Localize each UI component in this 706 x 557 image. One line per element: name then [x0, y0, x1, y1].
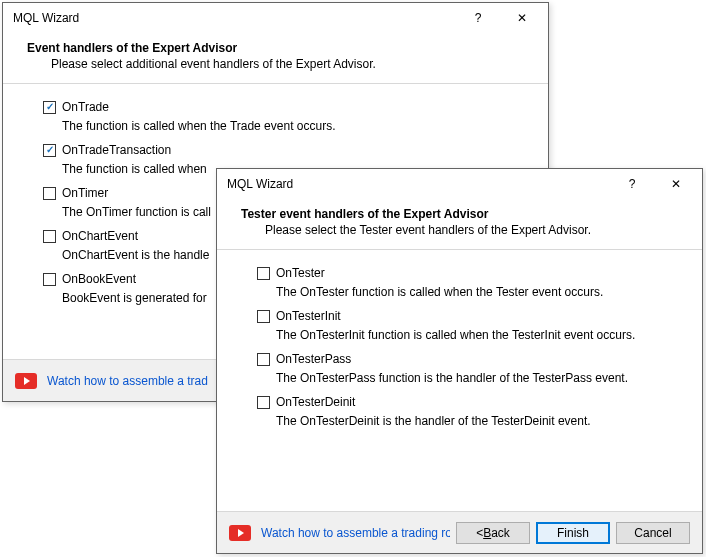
button-row: < Back Finish Cancel	[456, 522, 690, 544]
option-label[interactable]: OnTimer	[62, 186, 108, 200]
checkbox-onbookevent[interactable]	[43, 273, 56, 286]
youtube-icon[interactable]	[15, 373, 37, 389]
options-area: OnTester The OnTester function is called…	[217, 250, 702, 444]
checkbox-ontimer[interactable]	[43, 187, 56, 200]
checkbox-ontradetransaction[interactable]	[43, 144, 56, 157]
option-desc: The OnTesterDeinit is the handler of the…	[257, 414, 678, 428]
option-ontesterdeinit: OnTesterDeinit The OnTesterDeinit is the…	[257, 393, 678, 428]
option-desc: The OnTesterInit function is called when…	[257, 328, 678, 342]
option-label[interactable]: OnTesterDeinit	[276, 395, 355, 409]
footer: Watch how to assemble a trading robot < …	[217, 511, 702, 553]
option-label[interactable]: OnTesterInit	[276, 309, 341, 323]
option-label[interactable]: OnChartEvent	[62, 229, 138, 243]
option-ontester: OnTester The OnTester function is called…	[257, 264, 678, 299]
wizard-header: Tester event handlers of the Expert Advi…	[217, 199, 702, 249]
close-button[interactable]: ✕	[500, 4, 544, 32]
checkbox-ontester[interactable]	[257, 267, 270, 280]
close-button[interactable]: ✕	[654, 170, 698, 198]
option-label[interactable]: OnTrade	[62, 100, 109, 114]
header-title: Tester event handlers of the Expert Advi…	[241, 207, 678, 221]
option-desc: The OnTesterPass function is the handler…	[257, 371, 678, 385]
back-button[interactable]: < Back	[456, 522, 530, 544]
option-ontrade: OnTrade The function is called when the …	[43, 98, 524, 133]
finish-button[interactable]: Finish	[536, 522, 610, 544]
option-label[interactable]: OnTester	[276, 266, 325, 280]
help-button[interactable]: ?	[456, 4, 500, 32]
checkbox-ontesterdeinit[interactable]	[257, 396, 270, 409]
checkbox-ontrade[interactable]	[43, 101, 56, 114]
option-desc: The OnTester function is called when the…	[257, 285, 678, 299]
titlebar[interactable]: MQL Wizard ? ✕	[217, 169, 702, 199]
window-title: MQL Wizard	[227, 177, 610, 191]
header-subtitle: Please select the Tester event handlers …	[241, 223, 678, 237]
header-subtitle: Please select additional event handlers …	[27, 57, 524, 71]
checkbox-ontesterinit[interactable]	[257, 310, 270, 323]
wizard-dialog-front: MQL Wizard ? ✕ Tester event handlers of …	[216, 168, 703, 554]
option-ontesterpass: OnTesterPass The OnTesterPass function i…	[257, 350, 678, 385]
titlebar[interactable]: MQL Wizard ? ✕	[3, 3, 548, 33]
window-title: MQL Wizard	[13, 11, 456, 25]
option-label[interactable]: OnTradeTransaction	[62, 143, 171, 157]
cancel-button[interactable]: Cancel	[616, 522, 690, 544]
tutorial-link[interactable]: Watch how to assemble a trading robot	[261, 526, 450, 540]
option-desc: The function is called when the Trade ev…	[43, 119, 524, 133]
option-ontesterinit: OnTesterInit The OnTesterInit function i…	[257, 307, 678, 342]
help-button[interactable]: ?	[610, 170, 654, 198]
checkbox-onchartevent[interactable]	[43, 230, 56, 243]
option-label[interactable]: OnBookEvent	[62, 272, 136, 286]
wizard-header: Event handlers of the Expert Advisor Ple…	[3, 33, 548, 83]
option-label[interactable]: OnTesterPass	[276, 352, 351, 366]
checkbox-ontesterpass[interactable]	[257, 353, 270, 366]
youtube-icon[interactable]	[229, 525, 251, 541]
header-title: Event handlers of the Expert Advisor	[27, 41, 524, 55]
